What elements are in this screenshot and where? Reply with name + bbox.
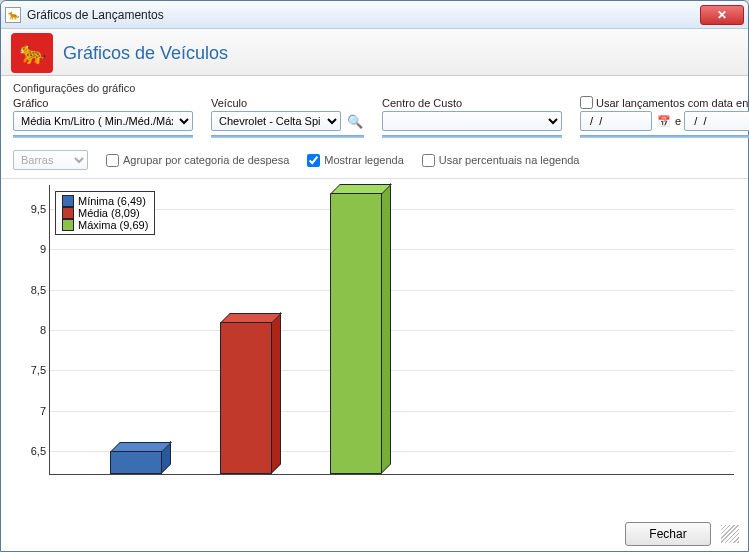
centro-custo-select[interactable] bbox=[382, 111, 562, 131]
mostrar-legenda-checkbox[interactable] bbox=[307, 154, 320, 167]
y-tick-label: 7,5 bbox=[31, 364, 46, 376]
legend-swatch bbox=[62, 195, 74, 207]
legend-label: Mínima (6,49) bbox=[78, 195, 146, 207]
chart-legend: Mínima (6,49) Média (8,09) Máxima (9,69) bbox=[55, 191, 155, 235]
binoculars-icon[interactable]: 🔍 bbox=[346, 112, 364, 130]
window-title: Gráficos de Lançamentos bbox=[27, 8, 700, 22]
y-tick-label: 8 bbox=[40, 324, 46, 336]
centro-custo-label: Centro de Custo bbox=[382, 97, 562, 109]
grafico-select[interactable]: Média Km/Litro ( Min./Méd./Máx. ) bbox=[13, 111, 193, 131]
date-from-input[interactable] bbox=[580, 111, 652, 131]
resize-grip[interactable] bbox=[721, 525, 739, 543]
chart: Mínima (6,49) Média (8,09) Máxima (9,69)… bbox=[15, 185, 734, 485]
tipo-grafico-select: Barras bbox=[13, 150, 88, 170]
grafico-label: Gráfico bbox=[13, 97, 193, 109]
usar-percentuais-checkbox[interactable] bbox=[422, 154, 435, 167]
config-group-label: Configurações do gráfico bbox=[1, 76, 748, 96]
y-tick-label: 9 bbox=[40, 243, 46, 255]
y-tick-label: 8,5 bbox=[31, 284, 46, 296]
agrupar-checkbox[interactable] bbox=[106, 154, 119, 167]
app-icon: 🐆 bbox=[5, 7, 21, 23]
legend-label: Média (8,09) bbox=[78, 207, 140, 219]
date-to-input[interactable] bbox=[684, 111, 749, 131]
date-separator: e bbox=[675, 115, 681, 127]
close-window-button[interactable]: ✕ bbox=[700, 5, 744, 25]
y-tick-label: 6,5 bbox=[31, 445, 46, 457]
mostrar-legenda-label: Mostrar legenda bbox=[324, 154, 404, 166]
legend-label: Máxima (9,69) bbox=[78, 219, 148, 231]
veiculo-select[interactable]: Chevrolet - Celta Spirit Fl bbox=[211, 111, 341, 131]
legend-swatch bbox=[62, 219, 74, 231]
legend-swatch bbox=[62, 207, 74, 219]
y-tick-label: 9,5 bbox=[31, 203, 46, 215]
veiculo-label: Veículo bbox=[211, 97, 364, 109]
logo-icon: 🐆 bbox=[11, 33, 53, 73]
y-tick-label: 7 bbox=[40, 405, 46, 417]
usar-data-label: Usar lançamentos com data entre bbox=[596, 97, 749, 109]
usar-data-checkbox[interactable] bbox=[580, 96, 593, 109]
calendar-icon[interactable]: 📅 bbox=[656, 113, 672, 129]
agrupar-label: Agrupar por categoria de despesa bbox=[123, 154, 289, 166]
fechar-button[interactable]: Fechar bbox=[625, 522, 711, 546]
usar-percentuais-label: Usar percentuais na legenda bbox=[439, 154, 580, 166]
page-title: Gráficos de Veículos bbox=[63, 43, 228, 64]
